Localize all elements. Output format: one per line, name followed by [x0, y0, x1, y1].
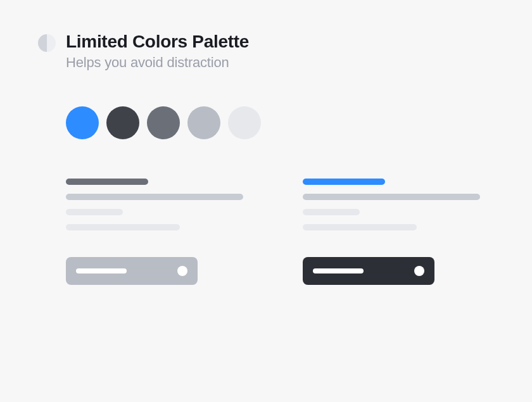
spacer	[303, 239, 494, 248]
skeleton-line	[66, 194, 243, 200]
page-title: Limited Colors Palette	[66, 32, 249, 52]
page-subtitle: Helps you avoid distraction	[66, 54, 249, 71]
example-card-right	[303, 179, 494, 285]
swatch-pale[interactable]	[228, 106, 261, 139]
skeleton-line	[303, 209, 360, 215]
swatch-gray[interactable]	[147, 106, 180, 139]
swatch-blue[interactable]	[66, 106, 99, 139]
skeleton-title	[303, 179, 385, 185]
skeleton-line	[66, 224, 180, 230]
example-button-dark[interactable]	[303, 257, 434, 285]
skeleton-line	[66, 209, 123, 215]
skeleton-line	[303, 224, 417, 230]
skeleton-title	[66, 179, 148, 185]
header-text: Limited Colors Palette Helps you avoid d…	[66, 32, 249, 71]
button-label-placeholder	[313, 268, 364, 273]
example-card-left	[66, 179, 257, 285]
header: Limited Colors Palette Helps you avoid d…	[38, 32, 494, 71]
example-cards	[66, 179, 494, 285]
button-label-placeholder	[76, 268, 127, 273]
example-button-light[interactable]	[66, 257, 198, 285]
contrast-icon	[38, 34, 56, 52]
skeleton-line	[303, 194, 480, 200]
color-swatch-row	[66, 106, 494, 139]
swatch-light-gray[interactable]	[187, 106, 220, 139]
button-indicator-dot	[414, 266, 424, 276]
content	[38, 71, 494, 285]
button-indicator-dot	[177, 266, 187, 276]
spacer	[66, 239, 257, 248]
swatch-charcoal[interactable]	[106, 106, 139, 139]
